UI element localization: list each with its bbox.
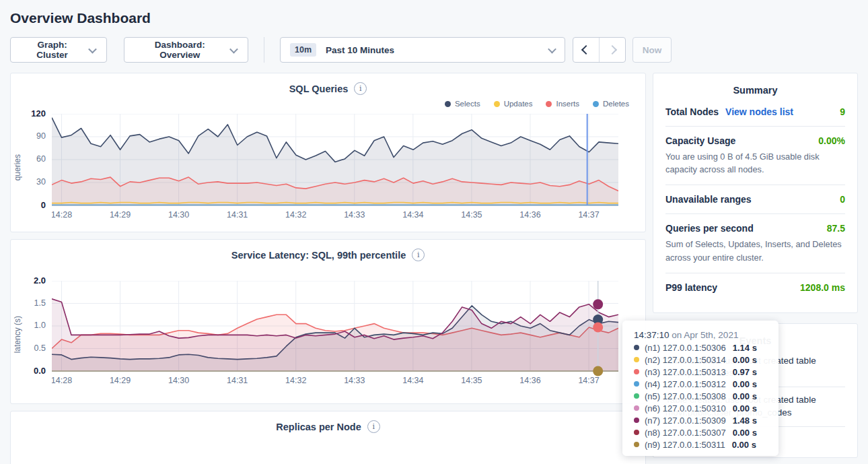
legend-item-deletes[interactable]: Deletes xyxy=(593,98,629,109)
legend-label: Updates xyxy=(504,100,533,108)
sql-queries-chart[interactable]: 14:2814:2914:3014:3114:3214:3314:3414:35… xyxy=(52,114,618,222)
tooltip-node-value: 1.14 s xyxy=(733,343,757,353)
time-next-button[interactable] xyxy=(599,38,625,62)
chart-title: Service Latency: SQL, 99th percentile xyxy=(231,250,406,261)
y-axis-label: queries xyxy=(11,114,24,222)
summary-panel: Summary Total Nodes View nodes list 9 Ca… xyxy=(653,73,858,313)
tooltip-node-value: 0.00 s xyxy=(733,379,757,389)
tooltip-node-row: (n6) 127.0.0.1:503100.00 s xyxy=(634,403,779,413)
summary-title: Summary xyxy=(665,73,845,98)
tooltip-timestamp: 14:37:10 on Apr 5th, 2021 xyxy=(634,330,779,340)
tooltip-node-value: 0.00 s xyxy=(733,428,757,438)
view-nodes-list-link[interactable]: View nodes list xyxy=(725,106,793,117)
svg-text:14:33: 14:33 xyxy=(344,376,365,385)
y-tick: 0 xyxy=(41,200,46,210)
qps-value: 87.5 xyxy=(827,223,845,234)
tooltip-node-row: (n9) 127.0.0.1:503110.00 s xyxy=(634,440,779,449)
legend-dot-icon xyxy=(494,101,500,107)
dashboard-dropdown-label: Dashboard: Overview xyxy=(135,40,224,60)
tooltip-node-value: 0.00 s xyxy=(733,355,757,365)
time-range-dropdown[interactable]: 10m Past 10 Minutes xyxy=(280,37,565,63)
y-tick: 2.0 xyxy=(34,275,46,286)
page-title: Overview Dashboard xyxy=(10,10,868,26)
svg-text:14:30: 14:30 xyxy=(168,210,189,220)
tooltip-node-address: (n1) 127.0.0.1:50306 xyxy=(645,343,726,353)
tooltip-node-address: (n9) 127.0.0.1:50311 xyxy=(645,440,725,450)
y-tick: 1.0 xyxy=(34,321,46,330)
info-icon[interactable]: i xyxy=(412,248,425,261)
svg-text:14:32: 14:32 xyxy=(285,210,306,220)
y-tick: 0.0 xyxy=(34,366,46,376)
node-color-dot-icon xyxy=(634,381,639,387)
time-range-badge: 10m xyxy=(290,43,316,57)
legend-dot-icon xyxy=(593,101,599,107)
info-icon[interactable]: i xyxy=(367,420,380,433)
tooltip-node-address: (n4) 127.0.0.1:50312 xyxy=(645,379,726,389)
tooltip-node-address: (n6) 127.0.0.1:50310 xyxy=(645,403,726,413)
graph-dropdown[interactable]: Graph: Cluster xyxy=(10,37,107,63)
y-tick: 30 xyxy=(36,177,46,187)
chevron-down-icon xyxy=(548,44,556,53)
time-prev-button[interactable] xyxy=(573,38,599,62)
tooltip-node-value: 1.48 s xyxy=(733,416,757,426)
p99-value: 1208.0 ms xyxy=(800,282,845,293)
chevron-left-icon xyxy=(581,45,591,55)
chart-hover-tooltip: 14:37:10 on Apr 5th, 2021 (n1) 127.0.0.1… xyxy=(622,321,779,456)
chart-title: SQL Queries xyxy=(289,84,349,94)
summary-row-capacity: Capacity Usage 0.00% You are using 0 B o… xyxy=(665,127,845,185)
y-tick: 90 xyxy=(36,131,46,141)
qps-desc: Sum of Selects, Updates, Inserts, and De… xyxy=(665,238,845,263)
summary-row-total-nodes: Total Nodes View nodes list 9 xyxy=(665,98,845,127)
legend-item-inserts[interactable]: Inserts xyxy=(546,98,579,109)
legend-item-updates[interactable]: Updates xyxy=(494,98,533,109)
tooltip-node-value: 0.00 s xyxy=(733,391,757,401)
svg-text:14:34: 14:34 xyxy=(402,210,423,220)
svg-text:14:28: 14:28 xyxy=(52,376,72,385)
svg-text:14:37: 14:37 xyxy=(578,376,599,385)
tooltip-node-address: (n7) 127.0.0.1:50309 xyxy=(645,416,726,426)
now-button[interactable]: Now xyxy=(632,37,672,63)
summary-row-qps: Queries per second 87.5 Sum of Selects, … xyxy=(665,214,845,273)
node-color-dot-icon xyxy=(634,442,639,447)
legend-item-selects[interactable]: Selects xyxy=(445,98,480,109)
svg-text:14:36: 14:36 xyxy=(519,210,540,220)
dashboard-dropdown[interactable]: Dashboard: Overview xyxy=(124,37,248,63)
y-tick: 1.5 xyxy=(34,298,46,308)
svg-text:14:29: 14:29 xyxy=(110,376,131,385)
unavailable-label: Unavailable ranges xyxy=(665,194,752,205)
legend-label: Selects xyxy=(455,100,480,108)
time-step-buttons xyxy=(573,37,626,63)
tooltip-node-value: 0.00 s xyxy=(732,440,756,450)
svg-text:14:28: 14:28 xyxy=(52,210,72,220)
y-tick: 60 xyxy=(36,154,46,164)
y-axis-ticks: 1209060300 xyxy=(24,114,52,222)
summary-row-p99: P99 latency 1208.0 ms xyxy=(665,273,845,302)
total-nodes-value: 9 xyxy=(840,106,845,117)
tooltip-node-value: 0.00 s xyxy=(733,403,757,413)
latency-chart[interactable]: 14:2814:2914:3014:3114:3214:3314:3414:35… xyxy=(52,281,618,389)
total-nodes-label: Total Nodes xyxy=(665,106,719,117)
tooltip-node-address: (n8) 127.0.0.1:50307 xyxy=(645,428,726,438)
svg-text:14:33: 14:33 xyxy=(344,210,365,220)
legend-dot-icon xyxy=(546,101,552,107)
qps-label: Queries per second xyxy=(665,223,754,234)
toolbar-divider xyxy=(264,37,264,63)
node-color-dot-icon xyxy=(634,393,639,399)
info-icon[interactable]: i xyxy=(354,82,367,95)
tooltip-node-address: (n5) 127.0.0.1:50308 xyxy=(645,391,726,401)
tooltip-node-row: (n1) 127.0.0.1:503061.14 s xyxy=(634,343,779,352)
node-color-dot-icon xyxy=(634,369,639,374)
summary-row-unavailable: Unavailable ranges 0 xyxy=(665,185,845,214)
y-tick: 0.5 xyxy=(34,343,46,353)
node-color-dot-icon xyxy=(634,357,639,362)
legend-dot-icon xyxy=(445,101,451,107)
tooltip-node-row: (n4) 127.0.0.1:503120.00 s xyxy=(634,379,779,389)
svg-text:14:30: 14:30 xyxy=(168,376,189,385)
legend-label: Deletes xyxy=(603,100,629,108)
node-color-dot-icon xyxy=(634,418,639,423)
svg-text:14:31: 14:31 xyxy=(227,210,248,220)
chart-title: Replicas per Node xyxy=(276,422,361,432)
node-color-dot-icon xyxy=(634,430,639,435)
y-axis-label: latency (s) xyxy=(11,281,24,389)
time-range-label: Past 10 Minutes xyxy=(326,45,542,55)
